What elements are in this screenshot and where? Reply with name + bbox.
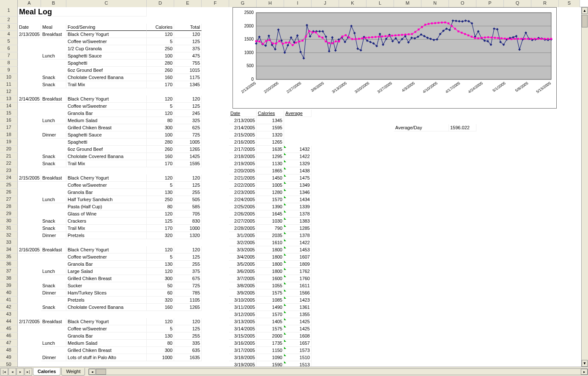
log-food[interactable]: Trail Mix: [66, 160, 147, 167]
log-calories[interactable]: 5: [147, 182, 174, 189]
summary-calories[interactable]: 1800: [257, 246, 284, 253]
summary-date[interactable]: 3/16/2005: [229, 340, 257, 347]
log-date[interactable]: 2/14/2005: [18, 95, 41, 103]
summary-average[interactable]: 1762: [284, 268, 312, 275]
summary-average[interactable]: 1346: [284, 189, 312, 196]
log-calories[interactable]: 120: [147, 318, 174, 325]
log-calories[interactable]: 120: [147, 268, 174, 275]
column-header-S[interactable]: S: [559, 0, 580, 7]
row-header-24[interactable]: 24: [0, 174, 18, 182]
log-calories[interactable]: 320: [147, 232, 174, 239]
average-per-day-value[interactable]: 1596.022: [449, 124, 476, 131]
summary-calories[interactable]: 1130: [257, 160, 284, 167]
summary-average[interactable]: 1355: [284, 311, 312, 318]
log-calories[interactable]: 170: [147, 225, 174, 232]
summary-calories[interactable]: 1265: [257, 139, 284, 146]
summary-date[interactable]: 3/15/2005: [229, 332, 257, 340]
log-food[interactable]: Coffee w/Sweetner: [66, 325, 147, 332]
summary-average[interactable]: 1657: [284, 340, 312, 347]
log-calories[interactable]: 100: [147, 131, 174, 139]
log-total[interactable]: 830: [174, 218, 202, 225]
log-calories[interactable]: 320: [147, 297, 174, 304]
log-meal[interactable]: Lunch: [41, 340, 66, 347]
row-header-22[interactable]: 22: [0, 160, 18, 167]
header-food[interactable]: Food/Serving: [66, 24, 147, 31]
summary-average[interactable]: 1608: [284, 332, 312, 340]
log-total[interactable]: 1005: [174, 139, 202, 146]
log-calories[interactable]: 50: [147, 282, 174, 289]
log-total[interactable]: 120: [174, 31, 202, 38]
summary-calories[interactable]: 1735: [257, 340, 284, 347]
log-calories[interactable]: 80: [147, 340, 174, 347]
summary-average[interactable]: 1422: [284, 153, 312, 160]
column-header-D[interactable]: D: [147, 0, 174, 7]
column-header-J[interactable]: J: [312, 0, 339, 7]
summary-calories[interactable]: 1635: [257, 146, 284, 153]
log-food[interactable]: Trail Mix: [66, 225, 147, 232]
row-header-43[interactable]: 43: [0, 311, 18, 318]
summary-calories[interactable]: 1085: [257, 297, 284, 304]
summary-average[interactable]: 1383: [284, 218, 312, 225]
summary-calories[interactable]: 1005: [257, 182, 284, 189]
log-food[interactable]: Black Cherry Yogurt: [66, 246, 147, 253]
log-food[interactable]: Grilled Chiken Breast: [66, 347, 147, 354]
summary-calories[interactable]: 1405: [257, 318, 284, 325]
log-total[interactable]: 1595: [174, 160, 202, 167]
header-date[interactable]: Date: [18, 24, 41, 31]
log-total[interactable]: 125: [174, 38, 202, 45]
row-header-3[interactable]: 3: [0, 24, 18, 31]
log-calories[interactable]: 300: [147, 124, 174, 131]
log-food[interactable]: Glass of Wine: [66, 210, 147, 218]
log-food[interactable]: Chololate Covered Banana: [66, 304, 147, 311]
log-calories[interactable]: 5: [147, 103, 174, 110]
row-header-32[interactable]: 32: [0, 232, 18, 239]
vertical-scrollbar[interactable]: ▲ ▼: [581, 7, 588, 367]
log-food[interactable]: Lots of stuff in Palo Alto: [66, 354, 147, 361]
summary-calories[interactable]: 1295: [257, 153, 284, 160]
scroll-down-arrow-icon[interactable]: ▼: [582, 360, 588, 367]
log-total[interactable]: 125: [174, 325, 202, 332]
log-total[interactable]: 375: [174, 45, 202, 52]
row-header-2[interactable]: 2: [0, 16, 18, 24]
log-date[interactable]: 2/13/2005: [18, 31, 41, 38]
summary-average[interactable]: 1438: [284, 167, 312, 174]
row-header-49[interactable]: 49: [0, 354, 18, 361]
summary-average[interactable]: 1339: [284, 203, 312, 210]
log-calories[interactable]: 130: [147, 189, 174, 196]
header-total[interactable]: Total: [174, 24, 202, 31]
log-food[interactable]: Black Cherry Yogurt: [66, 31, 147, 38]
log-food[interactable]: Coffee w/Sweetner: [66, 103, 147, 110]
summary-date[interactable]: 3/13/2005: [229, 318, 257, 325]
log-meal[interactable]: Lunch: [41, 196, 66, 203]
log-food[interactable]: Granola Bar: [66, 261, 147, 268]
log-total[interactable]: 725: [174, 282, 202, 289]
summary-calories[interactable]: 1575: [257, 289, 284, 297]
summary-calories[interactable]: 1800: [257, 253, 284, 261]
log-total[interactable]: 1105: [174, 297, 202, 304]
log-food[interactable]: Spaghetti Sauce: [66, 52, 147, 60]
row-header-38[interactable]: 38: [0, 275, 18, 282]
log-total[interactable]: 635: [174, 347, 202, 354]
vertical-scroll-thumb[interactable]: [582, 15, 588, 27]
row-header-33[interactable]: 33: [0, 239, 18, 246]
log-calories[interactable]: 170: [147, 81, 174, 88]
log-food[interactable]: Sucker: [66, 282, 147, 289]
log-calories[interactable]: 260: [147, 146, 174, 153]
log-calories[interactable]: 160: [147, 304, 174, 311]
column-header-N[interactable]: N: [421, 0, 449, 7]
log-calories[interactable]: 60: [147, 289, 174, 297]
log-total[interactable]: 1000: [174, 225, 202, 232]
log-total[interactable]: 120: [174, 174, 202, 182]
summary-calories[interactable]: 1600: [257, 275, 284, 282]
column-header-G[interactable]: G: [229, 0, 257, 7]
summary-average[interactable]: 1425: [284, 318, 312, 325]
summary-average[interactable]: 1607: [284, 253, 312, 261]
header-meal[interactable]: Meal: [41, 24, 66, 31]
log-meal[interactable]: Breakfast: [41, 318, 66, 325]
log-calories[interactable]: 260: [147, 67, 174, 74]
row-header-46[interactable]: 46: [0, 332, 18, 340]
log-food[interactable]: Coffee w/Sweetner: [66, 253, 147, 261]
log-meal[interactable]: Dinner: [41, 354, 66, 361]
log-total[interactable]: 585: [174, 203, 202, 210]
log-calories[interactable]: 130: [147, 261, 174, 268]
